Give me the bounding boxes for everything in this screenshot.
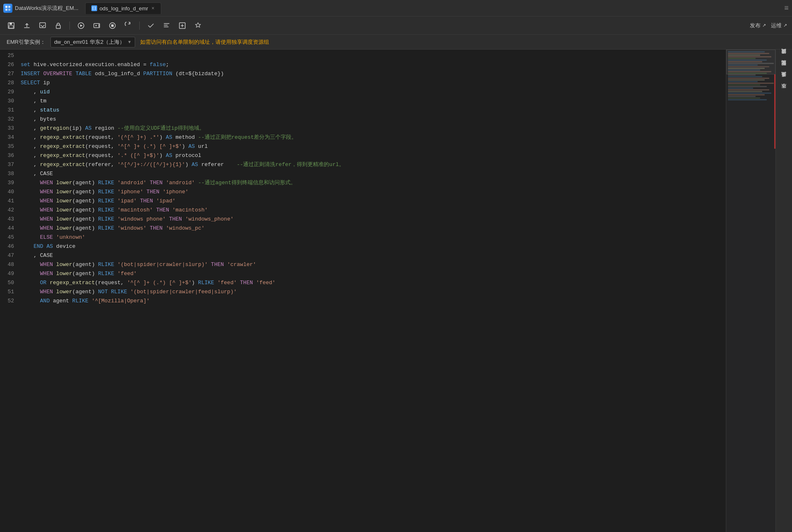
line-content-29: , uid — [21, 88, 726, 97]
emr-warning-text: 如需访问有白名单限制的域址，请使用独享调度资源组 — [140, 38, 269, 46]
ops-button[interactable]: 运维 ↗ — [771, 22, 787, 29]
table-row: 50 OR regexp_extract(request, '^[^ ]+ (.… — [0, 278, 726, 287]
publish-button[interactable]: 发布 ↗ — [750, 22, 766, 29]
line-number-30: 30 — [0, 97, 21, 106]
line-content-41: WHEN lower(agent) RLIKE 'ipad' THEN 'ipa… — [21, 197, 726, 206]
line-number-28: 28 — [0, 78, 21, 88]
save-button[interactable] — [5, 19, 17, 32]
right-panel-schedule[interactable]: 调度配置 — [779, 64, 789, 74]
line-content-36: , regexp_extract(request, '.* ([^ ]+$)')… — [21, 151, 726, 160]
table-row: 51 WHEN lower(agent) NOT RLIKE '(bot|spi… — [0, 287, 726, 297]
line-content-52: AND agent RLIKE '^[Mozilla|Opera]' — [21, 297, 726, 306]
right-panel: 高级设置 调度配置 血缘关系 版本 — [775, 50, 792, 532]
line-content-38: , CASE — [21, 169, 726, 178]
table-row: 36 , regexp_extract(request, '.* ([^ ]+$… — [0, 151, 726, 160]
line-number-50: 50 — [0, 278, 21, 287]
emr-bar: EMR引擎实例： dw_on_emr01 华东2（上海） ▼ 如需访问有白名单限… — [0, 35, 792, 50]
line-number-27: 27 — [0, 69, 21, 78]
menu-icon[interactable]: ≡ — [784, 4, 789, 12]
active-tab[interactable]: [] ods_log_info_d_emr × — [85, 2, 162, 14]
line-number-47: 47 — [0, 251, 21, 260]
code-editor[interactable]: 25 26 set hive.vectorized.execution.enab… — [0, 50, 726, 532]
step-button[interactable] — [91, 19, 103, 32]
right-panel-version[interactable]: 版本 — [779, 88, 789, 97]
line-content-33: , getregion(ip) AS region --使用自定义UDF通过ip… — [21, 124, 726, 133]
toolbar-right: 发布 ↗ 运维 ↗ — [750, 22, 787, 29]
line-number-31: 31 — [0, 106, 21, 115]
line-content-39: WHEN lower(agent) RLIKE 'android' THEN '… — [21, 178, 726, 188]
line-number-39: 39 — [0, 178, 21, 188]
line-content-35: , regexp_extract(request, '^[^ ]+ (.*) [… — [21, 142, 726, 151]
tab-close-button[interactable]: × — [150, 5, 155, 11]
emr-instance-select[interactable]: dw_on_emr01 华东2（上海） ▼ — [50, 37, 135, 48]
table-row: 35 , regexp_extract(request, '^[^ ]+ (.*… — [0, 142, 726, 151]
line-number-33: 33 — [0, 124, 21, 133]
separator2 — [139, 21, 140, 30]
svg-rect-12 — [111, 24, 114, 27]
table-row: 27 INSERT OVERWRITE TABLE ods_log_info_d… — [0, 69, 726, 78]
scroll-indicator — [774, 74, 775, 149]
table-row: 42 WHEN lower(agent) RLIKE 'macintosh' T… — [0, 206, 726, 215]
line-number-52: 52 — [0, 297, 21, 306]
minimap-content — [726, 50, 775, 102]
run-button[interactable] — [75, 19, 87, 32]
svg-rect-3 — [8, 9, 10, 11]
svg-rect-1 — [8, 6, 10, 8]
title-bar: DataWorks演示流程_EM... [] ods_log_info_d_em… — [0, 0, 792, 17]
minimap[interactable] — [726, 50, 775, 532]
format-button[interactable] — [160, 19, 173, 32]
lock-button[interactable] — [52, 19, 64, 32]
line-number-49: 49 — [0, 269, 21, 278]
separator1 — [69, 21, 70, 30]
table-row: 33 , getregion(ip) AS region --使用自定义UDF通… — [0, 124, 726, 133]
line-number-48: 48 — [0, 260, 21, 269]
refresh-button[interactable] — [122, 19, 134, 32]
toolbar: 发布 ↗ 运维 ↗ — [0, 17, 792, 35]
line-content-46: END AS device — [21, 242, 726, 251]
download-button[interactable] — [36, 19, 49, 32]
ops-label: 运维 — [771, 22, 782, 29]
upload-button[interactable] — [21, 19, 33, 32]
table-row: 41 WHEN lower(agent) RLIKE 'ipad' THEN '… — [0, 197, 726, 206]
tab-icon: [] — [91, 5, 97, 11]
table-row: 30 , tm — [0, 97, 726, 106]
line-number-26: 26 — [0, 60, 21, 69]
line-content-28: SELECT ip — [21, 78, 726, 88]
svg-rect-5 — [10, 23, 12, 25]
line-content-40: WHEN lower(agent) RLIKE 'iphone' THEN 'i… — [21, 188, 726, 197]
line-content-32: , bytes — [21, 115, 726, 124]
line-number-51: 51 — [0, 287, 21, 297]
app-logo: DataWorks演示流程_EM... — [3, 4, 79, 13]
line-content-30: , tm — [21, 97, 726, 106]
line-number-25: 25 — [0, 51, 21, 60]
table-row: 25 — [0, 51, 726, 60]
publish-label: 发布 — [750, 22, 761, 29]
output-button[interactable] — [176, 19, 188, 32]
table-row: 47 , CASE — [0, 251, 726, 260]
tools-button[interactable] — [192, 19, 204, 32]
table-row: 52 AND agent RLIKE '^[Mozilla|Opera]' — [0, 297, 726, 306]
right-panel-lineage[interactable]: 血缘关系 — [779, 76, 789, 86]
right-panel-advanced[interactable]: 高级设置 — [779, 53, 789, 63]
check-button[interactable] — [145, 19, 157, 32]
line-number-46: 46 — [0, 242, 21, 251]
line-content-43: WHEN lower(agent) RLIKE 'windows phone' … — [21, 215, 726, 224]
line-number-41: 41 — [0, 197, 21, 206]
line-number-32: 32 — [0, 115, 21, 124]
table-row: 39 WHEN lower(agent) RLIKE 'android' THE… — [0, 178, 726, 188]
svg-rect-6 — [9, 26, 13, 28]
stop-button[interactable] — [106, 19, 119, 32]
table-row: 37 , regexp_extract(referer, '^[^/]+://(… — [0, 160, 726, 169]
line-number-36: 36 — [0, 151, 21, 160]
table-row: 32 , bytes — [0, 115, 726, 124]
line-content-37: , regexp_extract(referer, '^[^/]+://([^/… — [21, 160, 726, 169]
table-row: 26 set hive.vectorized.execution.enabled… — [0, 60, 726, 69]
emr-select-chevron: ▼ — [127, 40, 131, 44]
line-content-26: set hive.vectorized.execution.enabled = … — [21, 60, 726, 69]
line-number-40: 40 — [0, 188, 21, 197]
line-number-42: 42 — [0, 206, 21, 215]
svg-rect-2 — [5, 9, 7, 11]
publish-arrow-icon: ↗ — [762, 23, 766, 28]
line-content-50: OR regexp_extract(request, '^[^ ]+ (.*) … — [21, 278, 726, 287]
main-content: 25 26 set hive.vectorized.execution.enab… — [0, 50, 792, 532]
